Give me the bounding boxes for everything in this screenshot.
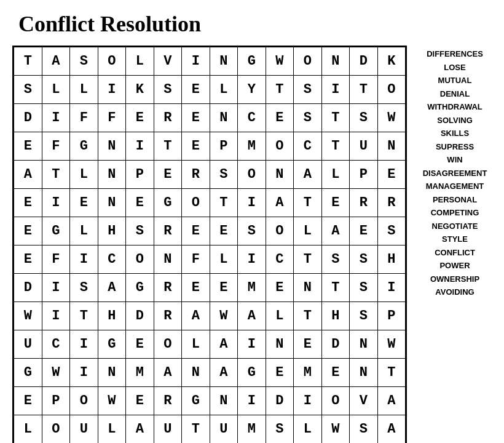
grid-cell-7-11: S — [321, 245, 350, 274]
grid-cell-7-1: F — [42, 245, 70, 274]
grid-cell-9-1: I — [42, 302, 70, 330]
grid-cell-5-0: E — [14, 189, 42, 217]
grid-cell-3-7: P — [210, 132, 238, 161]
grid-cell-6-4: S — [126, 217, 154, 245]
grid-cell-4-5: E — [154, 161, 182, 189]
grid-cell-1-6: E — [182, 76, 210, 104]
grid-cell-11-6: N — [182, 359, 210, 387]
grid-cell-5-7: T — [210, 189, 238, 217]
grid-row: EPOWERGNIDIOVA — [14, 387, 406, 415]
word-list: DIFFERENCESLOSEMUTUALDENIALWITHDRAWALSOL… — [418, 46, 492, 298]
grid-cell-11-10: M — [294, 359, 322, 387]
grid-cell-3-1: F — [42, 132, 70, 161]
grid-cell-13-5: U — [154, 415, 182, 444]
grid-cell-4-10: A — [294, 161, 322, 189]
grid-cell-2-3: F — [98, 104, 126, 132]
grid-cell-9-3: H — [98, 302, 126, 330]
grid-cell-0-8: G — [238, 47, 266, 76]
grid-cell-0-9: W — [266, 47, 294, 76]
grid-row: EGLHSREESOLAES — [14, 217, 406, 245]
grid-cell-11-5: A — [154, 359, 182, 387]
grid-cell-9-5: R — [154, 302, 182, 330]
grid-cell-12-5: R — [154, 387, 182, 415]
grid-cell-9-11: H — [321, 302, 350, 330]
grid-cell-11-12: N — [350, 359, 378, 387]
grid-cell-10-6: L — [182, 330, 210, 359]
grid-cell-4-13: E — [377, 161, 406, 189]
grid-cell-6-7: E — [210, 217, 238, 245]
grid-cell-3-10: C — [294, 132, 322, 161]
grid-cell-2-12: S — [350, 104, 378, 132]
grid-cell-5-5: G — [154, 189, 182, 217]
grid-cell-5-6: O — [182, 189, 210, 217]
grid-cell-10-12: N — [350, 330, 378, 359]
grid-cell-1-2: L — [70, 76, 98, 104]
grid-cell-13-8: M — [238, 415, 266, 444]
grid-row: EFGNITEPMOCTUN — [14, 132, 406, 161]
grid-cell-2-2: F — [70, 104, 98, 132]
grid-cell-7-7: L — [210, 245, 238, 274]
grid-cell-12-10: I — [294, 387, 322, 415]
grid-cell-7-13: H — [377, 245, 406, 274]
grid-cell-3-9: O — [266, 132, 294, 161]
grid-row: EFICONFLICTSSH — [14, 245, 406, 274]
word-list-item: SUPRESS — [436, 141, 474, 153]
grid-cell-0-10: O — [294, 47, 322, 76]
grid-cell-4-2: L — [70, 161, 98, 189]
grid-cell-8-8: M — [238, 274, 266, 302]
grid-cell-8-5: R — [154, 274, 182, 302]
grid-cell-12-0: E — [14, 387, 42, 415]
grid-cell-7-2: I — [70, 245, 98, 274]
grid-cell-9-12: S — [350, 302, 378, 330]
grid-row: TASOLVINGWONDK — [14, 47, 406, 76]
grid-cell-3-0: E — [14, 132, 42, 161]
grid-cell-12-7: N — [210, 387, 238, 415]
grid-cell-8-0: D — [14, 274, 42, 302]
grid-cell-2-9: E — [266, 104, 294, 132]
grid-cell-7-4: O — [126, 245, 154, 274]
grid-cell-5-4: E — [126, 189, 154, 217]
grid-cell-13-4: A — [126, 415, 154, 444]
grid-cell-2-13: W — [377, 104, 406, 132]
grid-cell-10-11: D — [321, 330, 350, 359]
grid-cell-0-7: N — [210, 47, 238, 76]
grid-cell-3-6: E — [182, 132, 210, 161]
grid-cell-11-4: M — [126, 359, 154, 387]
grid-cell-8-7: E — [210, 274, 238, 302]
grid-cell-10-5: O — [154, 330, 182, 359]
word-list-item: WIN — [447, 154, 462, 166]
grid-cell-5-13: R — [377, 189, 406, 217]
grid-cell-4-0: A — [14, 161, 42, 189]
grid-cell-1-0: S — [14, 76, 42, 104]
grid-cell-9-10: T — [294, 302, 322, 330]
grid-cell-12-3: W — [98, 387, 126, 415]
grid-cell-7-6: F — [182, 245, 210, 274]
word-list-item: OWNERSHIP — [430, 273, 479, 285]
grid-cell-2-0: D — [14, 104, 42, 132]
grid-cell-1-5: S — [154, 76, 182, 104]
grid-cell-13-7: U — [210, 415, 238, 444]
grid-cell-2-1: I — [42, 104, 70, 132]
grid-cell-5-10: T — [294, 189, 322, 217]
grid-cell-4-1: T — [42, 161, 70, 189]
grid-cell-11-11: E — [321, 359, 350, 387]
grid-row: ATLNPERSONALPE — [14, 161, 406, 189]
grid-cell-5-8: I — [238, 189, 266, 217]
grid-cell-2-5: R — [154, 104, 182, 132]
grid-cell-0-5: V — [154, 47, 182, 76]
grid-cell-7-12: S — [350, 245, 378, 274]
grid-cell-6-11: A — [321, 217, 350, 245]
grid-cell-12-13: A — [377, 387, 406, 415]
word-list-item: STYLE — [442, 233, 468, 245]
grid-cell-1-11: I — [321, 76, 350, 104]
word-list-item: DENIAL — [440, 88, 470, 100]
page-title: Conflict Resolution — [18, 11, 201, 37]
grid-cell-3-11: T — [321, 132, 350, 161]
word-list-item: WITHDRAWAL — [427, 101, 482, 113]
word-list-item: NEGOTIATE — [432, 220, 478, 233]
grid-cell-11-2: I — [70, 359, 98, 387]
grid-cell-11-8: G — [238, 359, 266, 387]
grid-cell-8-13: I — [377, 274, 406, 302]
grid-cell-9-4: D — [126, 302, 154, 330]
grid-cell-12-6: G — [182, 387, 210, 415]
